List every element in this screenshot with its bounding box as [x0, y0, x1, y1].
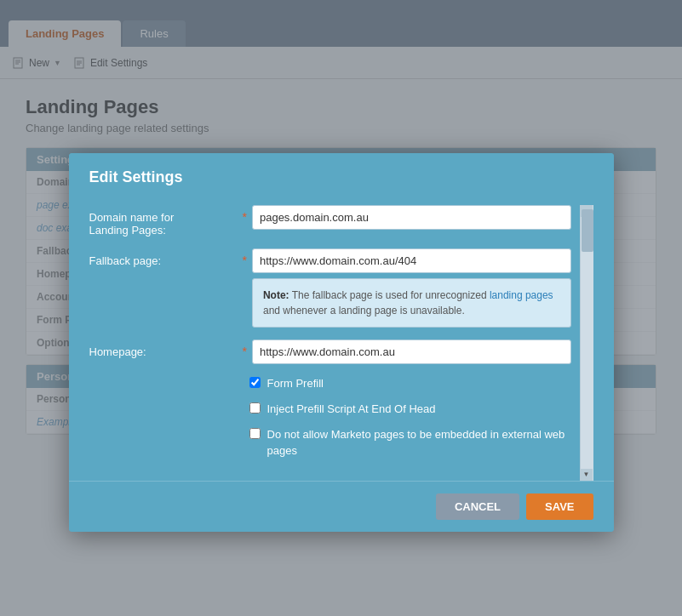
domain-name-row: Domain name forLanding Pages: *: [89, 205, 571, 237]
domain-name-input[interactable]: [252, 205, 571, 230]
save-button[interactable]: SAVE: [526, 493, 593, 520]
modal-form: Domain name forLanding Pages: * Fallback…: [89, 205, 580, 481]
note-text: The fallback page is used for unrecogniz…: [289, 289, 490, 301]
modal-footer: CANCEL SAVE: [69, 481, 614, 532]
scrollbar-down-arrow[interactable]: ▼: [581, 469, 593, 481]
fallback-page-row: Fallback page: * Note: The fallback page…: [89, 248, 571, 328]
modal-header: Edit Settings: [69, 153, 614, 197]
homepage-required-star: *: [243, 339, 247, 358]
modal-dialog: Edit Settings Domain name forLanding Pag…: [69, 153, 614, 532]
note-bold: Note:: [263, 289, 289, 301]
domain-name-input-wrapper: [252, 205, 571, 230]
no-embed-checkbox[interactable]: [249, 428, 261, 439]
checkboxes-area: Form Prefill Inject Prefill Script At En…: [89, 376, 571, 481]
scrollbar-thumb[interactable]: [582, 209, 593, 252]
inject-prefill-label: Inject Prefill Script At End Of Head: [267, 402, 436, 417]
fallback-page-label: Fallback page:: [89, 248, 243, 267]
modal-overlay: Edit Settings Domain name forLanding Pag…: [0, 0, 682, 616]
fallback-page-input-wrapper: Note: The fallback page is used for unre…: [252, 248, 571, 328]
modal-body: Domain name forLanding Pages: * Fallback…: [69, 197, 614, 481]
note-text2: and whenever a landing page is unavailab…: [263, 305, 465, 317]
domain-name-required-star: *: [243, 205, 247, 224]
modal-title: Edit Settings: [89, 168, 183, 185]
fallback-page-input[interactable]: [252, 248, 571, 273]
form-prefill-label: Form Prefill: [267, 376, 324, 391]
note-link: landing pages: [490, 289, 553, 301]
homepage-row: Homepage: *: [89, 339, 571, 364]
fallback-note-box: Note: The fallback page is used for unre…: [252, 278, 571, 328]
no-embed-label: Do not allow Marketo pages to be embedde…: [267, 427, 571, 458]
homepage-label: Homepage:: [89, 339, 243, 358]
modal-scrollbar[interactable]: ▲ ▼: [580, 205, 593, 481]
cancel-button[interactable]: CANCEL: [436, 493, 519, 520]
no-embed-row: Do not allow Marketo pages to be embedde…: [248, 427, 571, 458]
homepage-input[interactable]: [252, 339, 571, 364]
domain-name-label: Domain name forLanding Pages:: [89, 205, 243, 237]
homepage-input-wrapper: [252, 339, 571, 364]
inject-prefill-checkbox[interactable]: [249, 402, 261, 414]
fallback-page-required-star: *: [243, 248, 247, 267]
inject-prefill-row: Inject Prefill Script At End Of Head: [248, 402, 571, 417]
form-prefill-checkbox[interactable]: [249, 377, 261, 388]
form-prefill-row: Form Prefill: [248, 376, 571, 391]
